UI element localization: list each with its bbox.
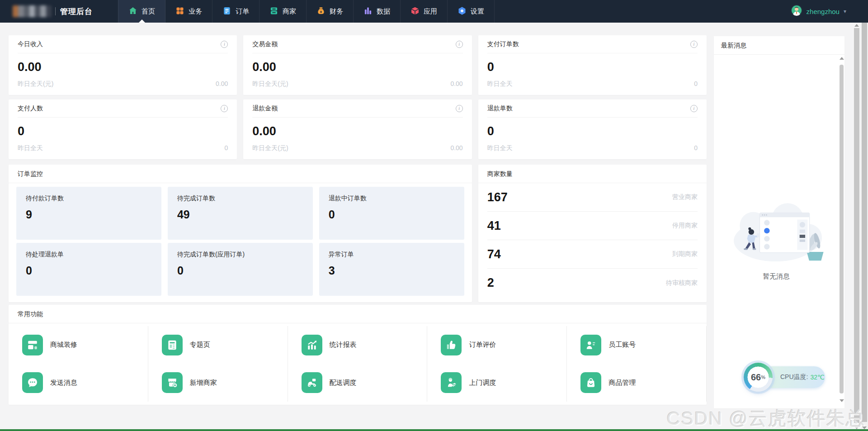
scroll-down-arrow[interactable] <box>840 399 844 402</box>
stat-value: 0.00 <box>252 124 462 138</box>
stat-card-paid-orders: 支付订单数i 0 昨日全天0 <box>478 35 707 95</box>
merchant-row-active: 167 营业商家 <box>487 183 698 212</box>
main-content: 今日收入i 0.00 昨日全天(元)0.00 交易金额i 0.00 昨日全天(元… <box>9 35 707 405</box>
quick-col-4: 订单评价 上门调度 <box>427 326 567 402</box>
quick-item-goods-manage[interactable]: 商品管理 <box>580 367 706 398</box>
quick-functions-body: 商城装修 发送消息 专题页 新增商家 <box>9 323 707 404</box>
quick-item-label: 发送消息 <box>50 379 77 387</box>
staff-account-icon <box>580 335 601 355</box>
nav-item-home[interactable]: 首页 <box>118 0 165 23</box>
svg-text:¥: ¥ <box>320 9 322 14</box>
order-review-icon <box>441 335 462 355</box>
merchant-icon <box>269 6 278 17</box>
monitor-card-abnormal: 异常订单 3 <box>319 243 464 296</box>
scroll-up-arrow[interactable] <box>854 24 859 27</box>
info-icon[interactable]: i <box>221 105 228 112</box>
nav-item-label: 应用 <box>424 7 437 16</box>
quick-col-1: 商城装修 发送消息 <box>9 326 148 402</box>
stat-card-paying-users: 支付人数i 0 昨日全天0 <box>9 99 237 159</box>
stat-title: 支付人数 <box>18 104 43 113</box>
info-icon[interactable]: i <box>690 105 698 112</box>
chevron-down-icon: ▾ <box>844 8 846 14</box>
messages-scrollbar[interactable] <box>839 55 844 408</box>
content-scrollbar[interactable] <box>853 23 860 431</box>
cpu-monitor-widget: CPU温度: 32℃ 66 % <box>714 362 839 392</box>
stat-card-today-income: 今日收入i 0.00 昨日全天(元)0.00 <box>9 35 237 95</box>
brand: 管理后台 <box>13 0 93 23</box>
info-icon[interactable]: i <box>221 41 228 48</box>
stat-value: 0 <box>18 124 228 138</box>
merchant-value: 2 <box>487 276 494 290</box>
stat-sub-value: 0.00 <box>450 80 462 88</box>
stat-sub-label: 昨日全天 <box>487 144 513 152</box>
home-icon <box>128 6 137 17</box>
stat-title: 今日收入 <box>18 40 43 48</box>
quick-item-label: 专题页 <box>190 341 210 349</box>
stat-sub-label: 昨日全天 <box>487 80 513 88</box>
quick-item-stats-report[interactable]: 统计报表 <box>302 329 427 361</box>
merchant-label: 待审核商家 <box>666 279 698 287</box>
stat-card-trade-amount: 交易金额i 0.00 昨日全天(元)0.00 <box>243 35 472 95</box>
monitor-card-value: 0 <box>177 264 303 277</box>
messages-scrollbar-thumb[interactable] <box>840 65 844 393</box>
stat-sub-value: 0 <box>694 144 698 152</box>
nav-item-settings[interactable]: 设置 <box>448 0 495 23</box>
quick-item-delivery-dispatch[interactable]: 配送调度 <box>302 367 427 398</box>
window-scrollbar[interactable] <box>861 0 868 431</box>
monitor-card-value: 49 <box>177 208 303 221</box>
csdn-watermark: CSDN @云虎软件朱总 <box>667 406 865 431</box>
info-icon[interactable]: i <box>456 105 463 112</box>
user-menu[interactable]: zhengzhou ▾ <box>791 0 846 23</box>
latest-messages-panel: 最新消息 <box>714 36 844 408</box>
delivery-dispatch-icon <box>302 372 322 393</box>
order-monitor-body: 待付款订单数 9 待完成订单数 49 退款中订单数 0 待处理退款单 0 待完成… <box>9 183 472 303</box>
quick-item-send-message[interactable]: 发送消息 <box>22 367 148 398</box>
info-icon[interactable]: i <box>456 41 463 48</box>
merchant-value: 74 <box>487 247 501 261</box>
nav-item-label: 设置 <box>471 7 484 16</box>
quick-item-label: 新增商家 <box>190 379 217 387</box>
monitor-card-label: 待处理退款单 <box>26 251 152 259</box>
monitor-card-pending-complete: 待完成订单数 49 <box>168 187 313 240</box>
nav-item-finance[interactable]: ¥ 财务 <box>307 0 354 23</box>
stat-title: 支付订单数 <box>487 40 519 48</box>
data-icon <box>363 6 373 17</box>
stat-value: 0 <box>487 124 698 138</box>
stat-sub-value: 0.00 <box>216 80 228 88</box>
stat-title: 交易金额 <box>252 40 278 48</box>
stats-grid: 今日收入i 0.00 昨日全天(元)0.00 交易金额i 0.00 昨日全天(元… <box>9 35 707 159</box>
quick-item-staff-account[interactable]: 员工账号 <box>580 329 706 361</box>
stat-sub-label: 昨日全天(元) <box>18 80 53 88</box>
quick-item-order-review[interactable]: 订单评价 <box>441 329 566 361</box>
blurred-logo <box>13 5 52 17</box>
quick-item-door-dispatch[interactable]: 上门调度 <box>441 367 566 398</box>
merchant-count-title: 商家数量 <box>478 165 707 183</box>
nav-item-order[interactable]: 订单 <box>212 0 259 23</box>
stats-report-icon <box>302 335 322 355</box>
monitor-card-value: 3 <box>329 264 455 277</box>
merchant-value: 167 <box>487 190 508 204</box>
order-icon <box>222 6 231 17</box>
nav-item-label: 商家 <box>283 7 296 16</box>
content-scrollbar-thumb[interactable] <box>854 28 859 423</box>
info-icon[interactable]: i <box>690 41 698 48</box>
order-monitor-panel: 订单监控 待付款订单数 9 待完成订单数 49 退款中订单数 0 待处理退款单 … <box>9 165 472 302</box>
nav-item-app[interactable]: 应用 <box>401 0 448 23</box>
nav-item-label: 首页 <box>142 7 155 16</box>
monitor-card-label: 待完成订单数(应用订单) <box>177 251 303 259</box>
monitor-card-label: 异常订单 <box>329 251 455 259</box>
quick-item-add-merchant[interactable]: 新增商家 <box>162 367 288 398</box>
nav-item-business[interactable]: 业务 <box>165 0 212 23</box>
nav-item-merchant[interactable]: 商家 <box>259 0 307 23</box>
quick-item-mall-decorate[interactable]: 商城装修 <box>22 329 148 361</box>
stat-sub-value: 0 <box>694 80 698 88</box>
scroll-up-arrow[interactable] <box>840 57 844 60</box>
nav-item-label: 订单 <box>236 7 249 16</box>
quick-functions-panel: 常用功能 商城装修 发送消息 专题页 新增商家 <box>9 305 707 405</box>
window-scrollbar-thumb[interactable] <box>862 8 867 422</box>
nav-item-label: 数据 <box>377 7 390 16</box>
quick-item-topic-page[interactable]: 专题页 <box>162 329 288 361</box>
quick-col-2: 专题页 新增商家 <box>148 326 288 402</box>
nav-item-data[interactable]: 数据 <box>354 0 401 23</box>
brand-divider <box>55 7 56 15</box>
